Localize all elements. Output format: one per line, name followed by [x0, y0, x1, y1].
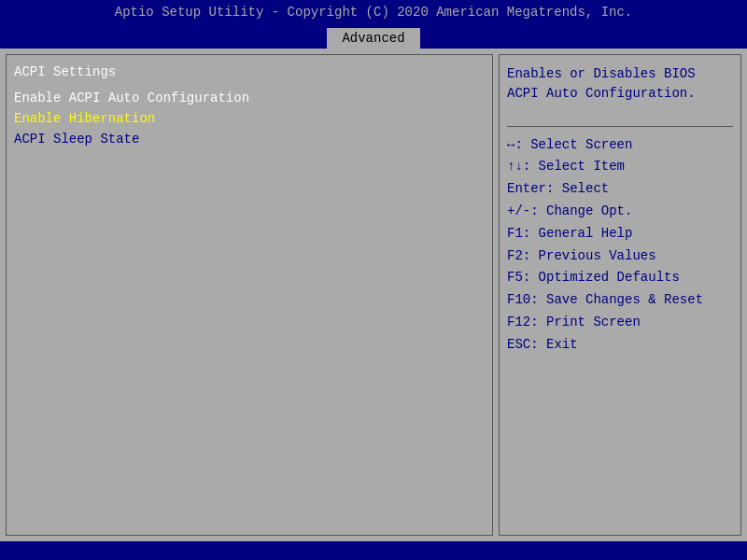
tab-advanced-label: Advanced	[342, 31, 404, 46]
help-item-3: +/-: Change Opt.	[507, 201, 733, 223]
help-item-9: ESC: Exit	[507, 334, 733, 357]
setting-value-hibernation: [Enabled]	[414, 111, 485, 126]
setting-label-hibernation: Enable Hibernation	[14, 111, 155, 126]
help-item-6: F5: Optimized Defaults	[507, 267, 733, 289]
help-item-4: F1: General Help	[507, 223, 733, 245]
help-item-0: ↔: Select Screen	[507, 134, 733, 157]
tab-advanced[interactable]: Advanced	[327, 28, 419, 49]
setting-row-sleep-state[interactable]: ACPI Sleep State [S3 (Suspend to RAM)]	[14, 132, 485, 147]
help-item-5: F2: Previous Values	[507, 245, 733, 268]
help-item-2: Enter: Select	[507, 178, 733, 201]
bottom-bar	[0, 541, 747, 560]
help-item-1: ↑↓: Select Item	[507, 156, 733, 178]
help-item-8: F12: Print Screen	[507, 312, 733, 334]
setting-row-acpi-auto[interactable]: Enable ACPI Auto Configuration [Disabled…	[14, 91, 485, 105]
description-text: Enables or Disables BIOS ACPI Auto Confi…	[507, 64, 733, 104]
setting-value-acpi-auto: [Disabled]	[406, 91, 485, 105]
main-content: ACPI Settings Enable ACPI Auto Configura…	[0, 49, 747, 541]
setting-row-hibernation[interactable]: Enable Hibernation [Enabled]	[14, 111, 485, 126]
tab-bar: Advanced	[0, 26, 747, 49]
help-item-7: F10: Save Changes & Reset	[507, 289, 733, 312]
setting-label-acpi-auto: Enable ACPI Auto Configuration	[14, 91, 249, 105]
left-panel: ACPI Settings Enable ACPI Auto Configura…	[6, 54, 493, 536]
section-title: ACPI Settings	[14, 64, 485, 79]
divider	[507, 126, 733, 127]
setting-label-sleep-state: ACPI Sleep State	[14, 132, 139, 147]
screen: Aptio Setup Utility - Copyright (C) 2020…	[0, 0, 747, 560]
right-panel: Enables or Disables BIOS ACPI Auto Confi…	[499, 54, 741, 536]
title-bar: Aptio Setup Utility - Copyright (C) 2020…	[0, 0, 747, 26]
setting-value-sleep-state: [S3 (Suspend to RAM)]	[320, 132, 485, 147]
title-text: Aptio Setup Utility - Copyright (C) 2020…	[115, 5, 633, 20]
help-text: ↔: Select Screen ↑↓: Select Item Enter: …	[507, 134, 733, 357]
